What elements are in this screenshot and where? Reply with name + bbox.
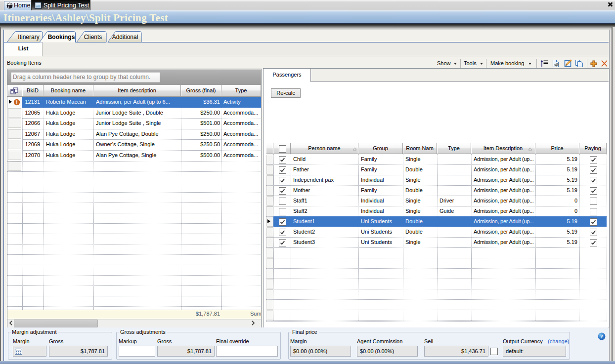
svg-text:?: ? — [600, 333, 603, 339]
svg-text:Additional: Additional — [112, 34, 138, 40]
svg-text:Clients: Clients — [84, 34, 102, 40]
svg-text:Bookings: Bookings — [48, 34, 75, 40]
svg-text:Itinerary: Itinerary — [18, 34, 39, 40]
